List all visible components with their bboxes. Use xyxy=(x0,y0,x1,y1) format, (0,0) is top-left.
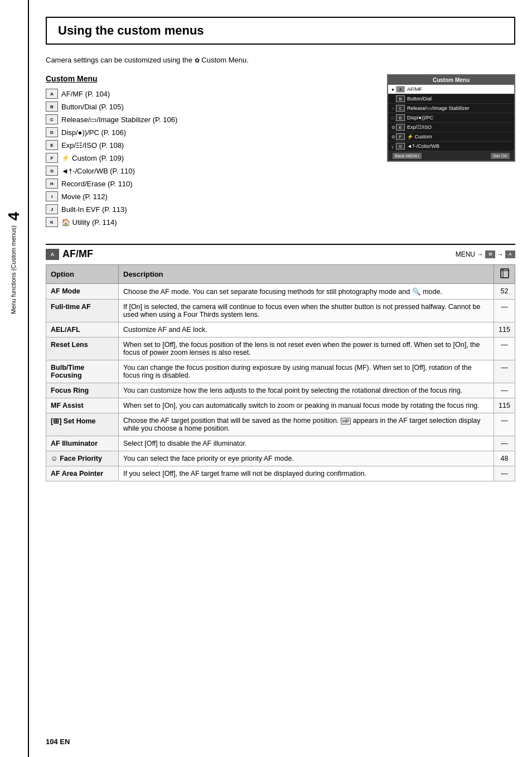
table-cell-description: Choose the AF mode. You can set separate… xyxy=(119,284,494,300)
menu-item-label: Movie (P. 112) xyxy=(61,192,108,201)
screenshot-row: □ D Disp/●))/PC xyxy=(388,113,514,123)
list-item: D Disp/●))/PC (P. 106) xyxy=(46,127,376,137)
selected-dot: ● xyxy=(391,87,396,92)
table-cell-description: Choose the AF target position that will … xyxy=(119,413,494,436)
screenshot-col-dot5: γ xyxy=(391,144,396,149)
menu-item-label: Built-In EVF (P. 113) xyxy=(61,205,127,214)
menu-item-label: AF/MF (P. 104) xyxy=(61,90,110,98)
main-content: Using the custom menus Camera settings c… xyxy=(29,0,532,757)
menu-icon-f: F xyxy=(46,153,58,163)
table-cell-ref: — xyxy=(494,383,515,398)
menu-item-label: Release/▭/Image Stabilizer (P. 106) xyxy=(61,115,177,124)
table-row: AF Mode Choose the AF mode. You can set … xyxy=(46,284,515,300)
screenshot-title: Custom Menu xyxy=(388,75,514,85)
sidebar-label: Menu functions (Custom menus) xyxy=(9,225,18,314)
intro-paragraph: Camera settings can be customized using … xyxy=(46,56,515,64)
table-row: Full-time AF If [On] is selected, the ca… xyxy=(46,300,515,322)
nav-icon-wrench: ✿ xyxy=(485,250,495,258)
screenshot-bottom-bar: Back MENU Set OK xyxy=(388,151,514,161)
menu-item-label: Custom (P. 109) xyxy=(72,154,124,162)
sidebar: 4 Menu functions (Custom menus) xyxy=(0,0,29,757)
menu-item-label: Record/Erase (P. 110) xyxy=(61,180,133,188)
table-cell-description: When set to [Off], the focus position of… xyxy=(119,337,494,360)
screenshot-icon-d: D xyxy=(396,114,405,121)
table-row: AF Illuminator Select [Off] to disable t… xyxy=(46,436,515,451)
back-button[interactable]: Back MENU xyxy=(393,153,422,159)
af-mf-title-text: AF/MF xyxy=(62,248,93,260)
nav-arrow-2: → xyxy=(497,250,504,258)
af-mf-table: Option Description AF Mode Choose the AF… xyxy=(46,264,515,481)
menu-item-label: Button/Dial (P. 105) xyxy=(61,103,124,111)
set-button[interactable]: Set OK xyxy=(491,153,510,159)
table-cell-description: If you select [Off], the AF target frame… xyxy=(119,466,494,481)
table-row: Bulb/TimeFocusing You can change the foc… xyxy=(46,360,515,383)
table-cell-option: Full-time AF xyxy=(46,300,119,322)
custom-menu-heading: Custom Menu xyxy=(46,74,376,83)
table-row: ☺ Face Priority You can select the face … xyxy=(46,451,515,466)
screenshot-icon-a: A xyxy=(396,86,405,93)
table-cell-ref: 115 xyxy=(494,322,515,337)
table-cell-description: Select [Off] to disable the AF illuminat… xyxy=(119,436,494,451)
screenshot-row: B Button/Dial xyxy=(388,94,514,104)
page-footer: 104 EN xyxy=(46,737,70,746)
table-cell-option: MF Assist xyxy=(46,398,119,413)
table-cell-option: Bulb/TimeFocusing xyxy=(46,360,119,383)
list-item: B Button/Dial (P. 105) xyxy=(46,102,376,112)
table-row: AEL/AFL Customize AF and AE lock. 115 xyxy=(46,322,515,337)
list-item: F ⚡ Custom (P. 109) xyxy=(46,153,376,163)
screenshot-col-dot3: ✿ xyxy=(391,125,396,130)
menu-icon-d: D xyxy=(46,127,58,137)
screenshot-col-dot4: ✿ xyxy=(391,134,396,139)
table-cell-option: AF Area Pointer xyxy=(46,466,119,481)
screenshot-label: Disp/●))/PC xyxy=(407,115,433,120)
custom-menu-icon: ✿ xyxy=(195,57,200,64)
table-cell-option: ☺ Face Priority xyxy=(46,451,119,466)
sidebar-number: 4 xyxy=(5,212,23,221)
table-row: AF Area Pointer If you select [Off], the… xyxy=(46,466,515,481)
table-row: Reset Lens When set to [Off], the focus … xyxy=(46,337,515,360)
page-suffix: EN xyxy=(60,737,70,746)
screenshot-col-dot2: □ xyxy=(391,115,396,120)
screenshot-col-dot: ○ xyxy=(391,106,396,111)
table-cell-ref: — xyxy=(494,337,515,360)
screenshot-label: Button/Dial xyxy=(407,96,432,102)
list-item: A AF/MF (P. 104) xyxy=(46,89,376,99)
table-cell-option: Reset Lens xyxy=(46,337,119,360)
table-row: Focus Ring You can customize how the len… xyxy=(46,383,515,398)
screenshot-icon-c: C xyxy=(396,105,405,112)
menu-section: Custom Menu A AF/MF (P. 104) B Button/Di… xyxy=(46,74,515,230)
table-cell-ref: — xyxy=(494,413,515,436)
nav-text: MENU xyxy=(456,250,475,258)
screenshot-label: Exp/☷/ISO xyxy=(407,124,432,130)
table-cell-description: You can select the face priority or eye … xyxy=(119,451,494,466)
table-row: [⊞] Set Home Choose the AF target positi… xyxy=(46,413,515,436)
table-cell-description: Customize AF and AE lock. xyxy=(119,322,494,337)
list-item: J Built-In EVF (P. 113) xyxy=(46,204,376,214)
screenshot-panel: Custom Menu ● A AF/MF B Button/Dial ○ C … xyxy=(387,74,515,162)
screenshot-row: ✿ F ⚡ Custom xyxy=(388,132,514,142)
section-nav: MENU → ✿ → A xyxy=(456,250,515,258)
screenshot-icon-f: F xyxy=(396,133,405,140)
screenshot-label: ◄†-/Color/WB xyxy=(407,143,439,149)
table-cell-ref: — xyxy=(494,300,515,322)
svg-rect-0 xyxy=(501,269,509,278)
hp-icon: HP xyxy=(341,418,351,425)
menu-icon-j: J xyxy=(46,204,58,214)
menu-icon-e: E xyxy=(46,140,58,150)
table-header-description: Description xyxy=(119,265,494,284)
page-number: 104 xyxy=(46,737,58,746)
screenshot-row: ○ C Release/▭/Image Stabilizer xyxy=(388,104,514,113)
table-cell-option: AF Mode xyxy=(46,284,119,300)
table-row: MF Assist When set to [On], you can auto… xyxy=(46,398,515,413)
menu-icon-a: A xyxy=(46,89,58,99)
screenshot-icon-e: E xyxy=(396,124,405,131)
af-mf-title: A AF/MF xyxy=(46,248,93,260)
list-item: K 🏠 Utility (P. 114) xyxy=(46,217,376,227)
screenshot-row: ● A AF/MF xyxy=(388,85,514,94)
table-cell-option: AEL/AFL xyxy=(46,322,119,337)
screenshot-icon-b: B xyxy=(396,95,405,102)
list-item: H Record/Erase (P. 110) xyxy=(46,179,376,189)
af-mf-section-header: A AF/MF MENU → ✿ → A xyxy=(46,244,515,260)
menu-icon-g: G xyxy=(46,166,58,176)
table-cell-ref: 115 xyxy=(494,398,515,413)
